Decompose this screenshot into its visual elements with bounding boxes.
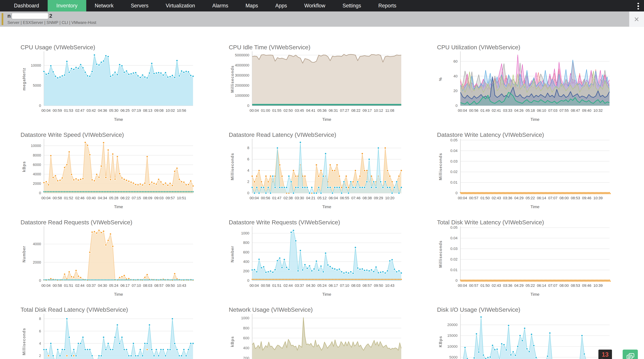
svg-text:03:45: 03:45 (295, 108, 304, 112)
svg-text:Time: Time (322, 117, 331, 122)
svg-text:10:20: 10:20 (385, 196, 394, 200)
nav-item-workflow[interactable]: Workflow (296, 0, 334, 12)
nav-item-inventory[interactable]: Inventory (48, 0, 86, 12)
svg-text:0: 0 (247, 104, 249, 108)
svg-text:40: 40 (454, 74, 458, 78)
chart-title: Total Disk Write Latency (VIWebService) (437, 219, 544, 226)
svg-text:02:46: 02:46 (75, 196, 84, 200)
svg-text:0.05: 0.05 (450, 226, 458, 230)
svg-text:02:44: 02:44 (75, 284, 84, 288)
svg-text:07:15: 07:15 (132, 196, 141, 200)
svg-text:00:04: 00:04 (458, 196, 467, 200)
svg-text:08:00: 08:00 (560, 284, 569, 288)
nav-item-dashboard[interactable]: Dashboard (6, 0, 48, 12)
nav-item-network[interactable]: Network (86, 0, 122, 12)
nav-item-alarms[interactable]: Alarms (204, 0, 237, 12)
chart-plot[interactable]: 2468Milliseconds (20, 313, 214, 359)
svg-text:2000: 2000 (33, 182, 41, 186)
svg-text:10:32: 10:32 (593, 108, 602, 112)
svg-text:06:31: 06:31 (329, 108, 338, 112)
svg-text:0.01: 0.01 (450, 180, 458, 184)
svg-text:1000000: 1000000 (235, 94, 249, 98)
svg-text:08:47: 08:47 (571, 108, 580, 112)
svg-text:Time: Time (530, 117, 539, 122)
svg-text:10:02: 10:02 (166, 108, 175, 112)
chat-button[interactable] (623, 350, 638, 359)
nav-item-maps[interactable]: Maps (237, 0, 267, 12)
svg-text:05:30: 05:30 (109, 108, 118, 112)
svg-text:2: 2 (39, 354, 41, 358)
svg-text:10:43: 10:43 (385, 284, 394, 288)
svg-text:07:10: 07:10 (132, 284, 141, 288)
chart-plot[interactable]: 2004006008001000kBps (229, 313, 422, 359)
close-panel-button[interactable]: × (629, 12, 644, 26)
svg-text:06:17: 06:17 (120, 284, 130, 288)
svg-text:800: 800 (243, 240, 250, 245)
svg-text:10000: 10000 (447, 344, 458, 348)
svg-text:09:03: 09:03 (154, 196, 164, 200)
chart-datastore-write-latency: Datastore Write Latency (VIWebService) 0… (437, 130, 630, 218)
chart-plot[interactable]: 020004000600080001000000:0400:5801:5202:… (20, 138, 214, 218)
svg-text:2: 2 (247, 180, 249, 184)
svg-text:00:58: 00:58 (261, 284, 270, 288)
chart-plot[interactable]: 01000000200000030000004000000500000000:0… (229, 50, 422, 130)
chart-plot[interactable]: 02000400000:0400:5801:5102:4403:3704:300… (20, 226, 214, 306)
svg-text:0: 0 (39, 278, 41, 282)
svg-text:kBps: kBps (230, 336, 234, 347)
svg-text:03:37: 03:37 (86, 284, 96, 288)
chart-plot[interactable]: 0200400600800100000:0400:5801:5102:4403:… (229, 226, 422, 306)
svg-text:00:58: 00:58 (53, 284, 62, 288)
svg-text:Milliseconds: Milliseconds (230, 153, 234, 180)
svg-text:KBps: KBps (438, 336, 443, 347)
svg-text:0.01: 0.01 (450, 268, 458, 272)
svg-text:07:55: 07:55 (560, 108, 569, 112)
svg-text:00:57: 00:57 (469, 196, 478, 200)
svg-text:04:41: 04:41 (306, 108, 315, 112)
svg-text:01:47: 01:47 (272, 196, 282, 200)
svg-text:07:07: 07:07 (548, 284, 558, 288)
kebab-menu-icon[interactable] (636, 2, 641, 10)
chart-plot[interactable]: 00.010.020.030.040.0500:0400:5701:5002:4… (437, 138, 630, 218)
nav-item-apps[interactable]: Apps (267, 0, 296, 12)
svg-text:0: 0 (247, 278, 249, 282)
svg-text:05:12: 05:12 (317, 196, 327, 200)
svg-text:02:43: 02:43 (492, 284, 501, 288)
svg-text:4: 4 (247, 168, 249, 172)
nav-item-virtualization[interactable]: Virtualization (157, 0, 204, 12)
svg-text:09:08: 09:08 (154, 108, 164, 112)
svg-text:07:07: 07:07 (548, 196, 558, 200)
svg-text:04:30: 04:30 (306, 284, 315, 288)
svg-text:02:38: 02:38 (284, 196, 293, 200)
svg-text:08:57: 08:57 (154, 284, 164, 288)
chart-plot[interactable]: 0246800:0400:5601:4702:3803:3004:2105:12… (229, 138, 422, 218)
svg-text:07:10: 07:10 (340, 284, 349, 288)
svg-text:6000: 6000 (33, 162, 41, 167)
nav-item-settings[interactable]: Settings (334, 0, 370, 12)
alarms-badge[interactable]: 13 Alarms (598, 350, 612, 359)
svg-text:05:22: 05:22 (526, 284, 535, 288)
svg-text:03:36: 03:36 (503, 284, 512, 288)
chart-title: CPU Idle Time (VIWebService) (229, 44, 310, 50)
svg-text:09:46: 09:46 (582, 284, 591, 288)
chart-plot[interactable]: 00.010.020.030.040.0500:0400:5701:5002:4… (437, 226, 630, 306)
chart-total-disk-read-latency: Total Disk Read Latency (VIWebService) 2… (20, 306, 214, 359)
svg-text:Time: Time (114, 117, 123, 122)
svg-text:5000: 5000 (449, 355, 458, 359)
svg-text:00:04: 00:04 (458, 284, 467, 288)
chart-plot[interactable]: 020406000:0400:5601:4902:4103:3304:2605:… (437, 50, 630, 130)
device-title: n 2 (8, 13, 52, 19)
svg-text:05:24: 05:24 (109, 284, 118, 288)
svg-text:10:51: 10:51 (177, 196, 186, 200)
chart-cpu-utilization: CPU Utilization (VIWebService) 020406000… (437, 43, 630, 130)
svg-text:00:57: 00:57 (469, 284, 478, 288)
nav-item-servers[interactable]: Servers (122, 0, 157, 12)
svg-text:06:55: 06:55 (340, 196, 349, 200)
svg-text:11:08: 11:08 (385, 108, 394, 112)
svg-text:02:47: 02:47 (75, 108, 84, 112)
chart-plot[interactable]: 050001000000:0400:5901:5302:4703:4204:36… (20, 50, 214, 130)
chart-cpu-idle-time: CPU Idle Time (VIWebService) 01000000200… (229, 43, 422, 130)
nav-item-reports[interactable]: Reports (370, 0, 405, 12)
chart-title: CPU Utilization (VIWebService) (437, 44, 520, 50)
svg-text:5000000: 5000000 (235, 53, 249, 57)
svg-text:07:03: 07:03 (548, 108, 558, 112)
